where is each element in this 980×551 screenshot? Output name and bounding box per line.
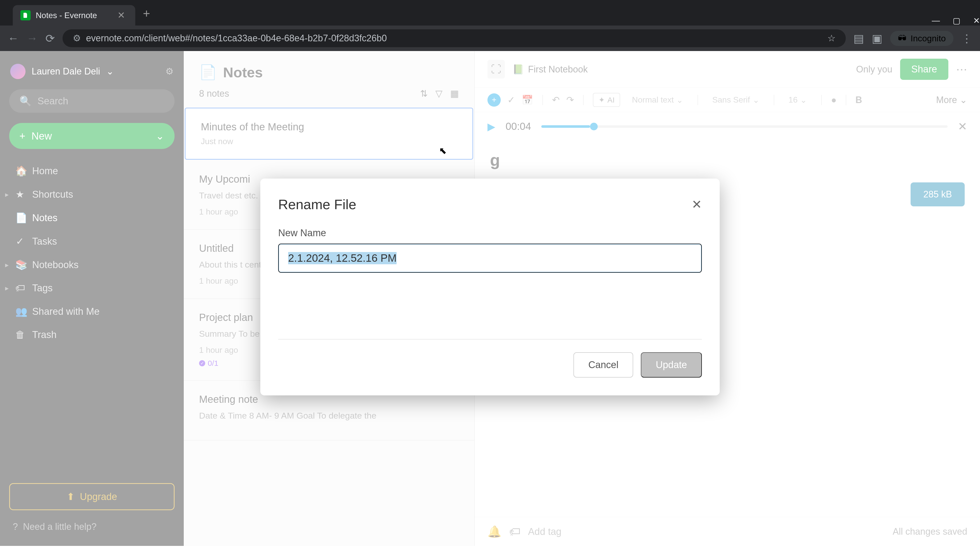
window-controls: — ▢ ✕ — [932, 16, 980, 25]
cancel-button[interactable]: Cancel — [573, 352, 633, 378]
browser-tab[interactable]: Notes - Evernote ✕ — [13, 5, 135, 25]
url-bar[interactable]: ⚙ evernote.com/client/web#/notes/1cca33a… — [62, 29, 846, 47]
maximize-icon[interactable]: ▢ — [953, 16, 960, 25]
close-icon[interactable]: ✕ — [692, 197, 702, 211]
browser-nav-bar: ← → ⟳ ⚙ evernote.com/client/web#/notes/1… — [0, 25, 980, 51]
incognito-badge[interactable]: 🕶 Incognito — [890, 31, 953, 46]
tab-title: Notes - Evernote — [36, 11, 97, 20]
mouse-cursor-icon: ⬉ — [439, 145, 447, 156]
field-label: New Name — [278, 227, 702, 238]
incognito-icon: 🕶 — [898, 33, 907, 43]
tab-close-icon[interactable]: ✕ — [118, 10, 125, 21]
modal-title: Rename File — [278, 197, 356, 212]
rename-file-modal: Rename File ✕ New Name ⬉ Cancel Update — [260, 179, 720, 395]
new-name-input[interactable] — [278, 244, 702, 273]
reload-icon[interactable]: ⟳ — [45, 32, 55, 45]
reader-icon[interactable]: ▣ — [872, 32, 883, 45]
url-text: evernote.com/client/web#/notes/1cca33ae-… — [86, 33, 387, 44]
modal-backdrop[interactable]: Rename File ✕ New Name ⬉ Cancel Update — [0, 51, 980, 546]
close-window-icon[interactable]: ✕ — [973, 16, 980, 25]
update-button[interactable]: Update — [641, 352, 702, 378]
evernote-favicon — [21, 10, 30, 21]
back-icon[interactable]: ← — [8, 32, 19, 44]
star-icon[interactable]: ☆ — [827, 33, 835, 44]
browser-menu-icon[interactable]: ⋮ — [961, 32, 972, 45]
browser-tab-bar: Notes - Evernote ✕ + — ▢ ✕ — [0, 0, 980, 25]
playlist-icon[interactable]: ▤ — [853, 32, 864, 45]
new-tab-button[interactable]: + — [143, 6, 150, 21]
minimize-icon[interactable]: — — [932, 16, 940, 25]
forward-icon: → — [27, 32, 38, 44]
site-info-icon[interactable]: ⚙ — [73, 33, 81, 44]
